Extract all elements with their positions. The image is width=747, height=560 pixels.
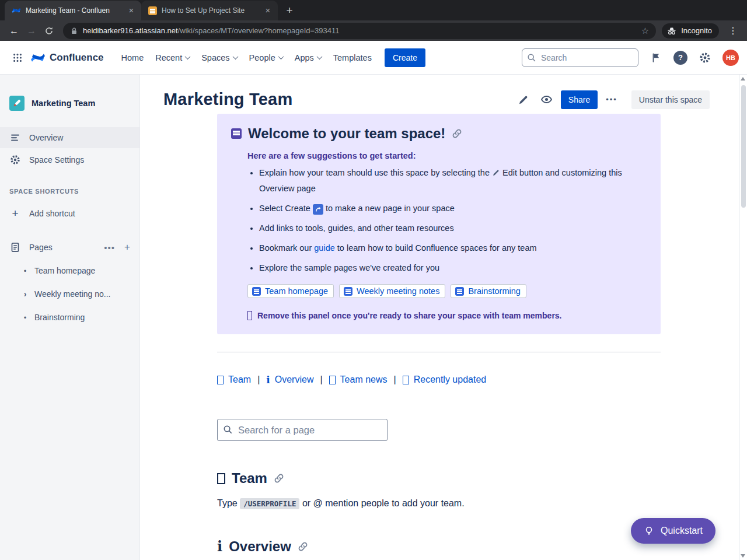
unstar-space-button[interactable]: Unstar this space <box>631 90 710 109</box>
confluence-favicon <box>12 6 21 15</box>
nav-spaces[interactable]: Spaces <box>196 48 243 67</box>
search-input[interactable] <box>522 48 638 67</box>
url-path: /wiki/spaces/MT/overview?homepageId=3934… <box>178 26 340 35</box>
page-link-brainstorming[interactable]: Brainstorming <box>451 284 526 298</box>
settings-button[interactable] <box>696 48 714 67</box>
search-icon <box>223 425 233 435</box>
new-tab-button[interactable]: + <box>281 2 298 19</box>
chevron-down-icon <box>316 54 322 60</box>
link-team-news[interactable]: Team news <box>329 374 388 385</box>
share-button[interactable]: Share <box>561 90 598 109</box>
emoji-placeholder <box>217 473 225 484</box>
forward-button[interactable]: → <box>23 23 40 39</box>
close-icon[interactable]: × <box>126 5 137 16</box>
confluence-brand[interactable]: Confluence <box>30 50 104 65</box>
page-link-weekly-meeting-notes[interactable]: Weekly meeting notes <box>339 284 445 298</box>
link-overview[interactable]: iOverview <box>266 374 313 386</box>
incognito-icon <box>666 26 677 36</box>
quickstart-button[interactable]: Quickstart <box>631 518 715 544</box>
sidebar-item-overview[interactable]: Overview <box>0 127 139 148</box>
chevron-right-icon[interactable]: › <box>22 289 28 299</box>
refresh-button[interactable] <box>41 23 57 39</box>
tab-marketing-team[interactable]: Marketing Team - Confluen × <box>5 1 141 20</box>
page-item-brainstorming[interactable]: • Brainstorming <box>0 306 139 329</box>
link-icon[interactable] <box>452 128 462 139</box>
global-search <box>522 48 638 67</box>
panel-bullet: Select Create to make a new page in your… <box>259 201 647 216</box>
confluence-top-nav: Confluence Home Recent Spaces People App… <box>0 41 747 75</box>
link-icon[interactable] <box>298 541 308 552</box>
page-item-label: Brainstorming <box>34 313 85 322</box>
page-emoji-icon <box>231 128 242 139</box>
nav-recent[interactable]: Recent <box>149 48 196 67</box>
overview-icon <box>9 132 21 144</box>
emoji-placeholder <box>247 311 252 320</box>
page-item-weekly-meeting-notes[interactable]: › Weekly meeting no... <box>0 282 139 306</box>
page-item-team-homepage[interactable]: • Team homepage <box>0 259 139 282</box>
browser-address-bar: ← → heidibarker916.atlassian.net/wiki/sp… <box>0 20 747 41</box>
page-item-label: Team homepage <box>34 266 95 275</box>
space-name: Marketing Team <box>32 99 95 108</box>
gear-icon <box>699 51 711 64</box>
scrollbar-thumb[interactable] <box>741 85 746 208</box>
info-icon: i <box>217 538 222 555</box>
nav-apps[interactable]: Apps <box>289 48 327 67</box>
refresh-icon <box>44 26 54 36</box>
sidebar-item-pages[interactable]: Pages ••• + <box>0 237 139 258</box>
tab-project-sites[interactable]: How to Set Up Project Site × <box>141 1 278 20</box>
pages-more-icon[interactable]: ••• <box>104 243 115 253</box>
avatar[interactable]: HB <box>722 50 739 66</box>
separator: | <box>394 374 396 385</box>
panel-bullet: Explore the sample pages we've created f… <box>259 260 647 276</box>
chevron-down-icon <box>185 54 191 60</box>
page-nav-links: Team | iOverview | Team news | Recently … <box>217 374 661 386</box>
page-icon <box>344 287 352 296</box>
url-omnibox[interactable]: heidibarker916.atlassian.net/wiki/spaces… <box>63 23 656 39</box>
document-favicon <box>148 6 157 15</box>
nav-people[interactable]: People <box>243 48 289 67</box>
create-button[interactable]: Create <box>385 48 425 67</box>
chevron-down-icon <box>278 54 284 60</box>
sidebar-item-label: Add shortcut <box>29 209 75 218</box>
sidebar-item-space-settings[interactable]: Space Settings <box>0 149 139 170</box>
brand-name: Confluence <box>50 52 104 64</box>
sidebar-item-label: Pages <box>29 243 53 252</box>
vertical-scrollbar[interactable] <box>739 75 747 560</box>
page-content: Marketing Team Share ••• Unstar this spa… <box>140 75 747 560</box>
scroll-down-arrow[interactable] <box>741 554 745 558</box>
close-icon[interactable]: × <box>263 5 273 16</box>
page-icon <box>455 287 464 296</box>
incognito-badge: Incognito <box>662 23 719 38</box>
page-search-input[interactable] <box>217 419 388 441</box>
page-link-team-homepage[interactable]: Team homepage <box>247 284 334 298</box>
add-shortcut-button[interactable]: + Add shortcut <box>0 203 139 224</box>
separator: | <box>257 374 260 385</box>
scroll-up-arrow[interactable] <box>741 77 745 80</box>
back-button[interactable]: ← <box>6 23 22 39</box>
edit-button[interactable] <box>514 90 533 109</box>
link-icon[interactable] <box>274 473 284 484</box>
chevron-down-icon <box>232 54 238 60</box>
app-switcher-button[interactable] <box>8 48 27 67</box>
nav-templates[interactable]: Templates <box>327 48 378 67</box>
nav-home[interactable]: Home <box>116 48 150 67</box>
confluence-logo-icon <box>30 50 46 65</box>
watch-button[interactable] <box>537 90 556 109</box>
guide-link[interactable]: guide <box>314 243 334 253</box>
space-sidebar: Marketing Team Overview Space Settings S… <box>0 75 140 560</box>
link-team[interactable]: Team <box>217 374 251 385</box>
incognito-label: Incognito <box>681 26 712 35</box>
add-page-icon[interactable]: + <box>124 242 130 253</box>
emoji-placeholder <box>217 376 224 384</box>
notifications-button[interactable] <box>647 48 665 67</box>
help-button[interactable]: ? <box>673 51 687 65</box>
bookmark-star-icon[interactable]: ☆ <box>641 26 649 36</box>
more-actions-button[interactable]: ••• <box>602 90 621 108</box>
pencil-icon <box>518 94 529 106</box>
space-header[interactable]: Marketing Team <box>0 75 139 126</box>
team-section-heading: Team <box>217 470 661 487</box>
link-recently-updated[interactable]: Recently updated <box>403 374 487 385</box>
browser-menu-button[interactable]: ⋮ <box>725 25 741 36</box>
emoji-placeholder <box>403 376 409 384</box>
lightbulb-icon <box>644 526 654 536</box>
